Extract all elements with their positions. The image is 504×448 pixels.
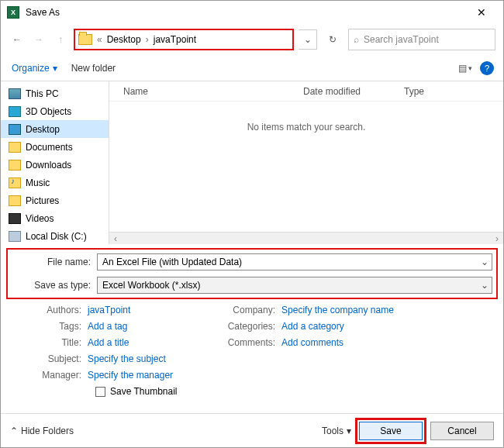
view-button[interactable]: ▤ ▾ (458, 63, 472, 74)
folder-tree: This PC 3D Objects Desktop Documents Dow… (1, 81, 109, 244)
metadata-section: Authors:javaTpoint Tags:Add a tag Title:… (1, 298, 503, 383)
refresh-button[interactable]: ↻ (322, 29, 343, 50)
up-button[interactable]: ↑ (52, 31, 69, 48)
authors-value[interactable]: javaTpoint (88, 305, 130, 315)
content-area: This PC 3D Objects Desktop Documents Dow… (1, 81, 503, 244)
search-input[interactable]: ⌕ Search javaTpoint (348, 29, 495, 50)
column-type[interactable]: Type (404, 86, 466, 97)
dialog-title: Save As (26, 7, 466, 18)
chevron-right-icon: › (146, 34, 149, 45)
file-list: Name Date modified Type No items match y… (109, 81, 503, 244)
hide-folders-button[interactable]: ⌃ Hide Folders (10, 426, 74, 436)
column-date[interactable]: Date modified (303, 86, 404, 97)
close-button[interactable]: ✕ (466, 6, 497, 19)
search-icon: ⌕ (354, 34, 359, 45)
manager-label: Manager: (10, 370, 88, 381)
save-thumbnail-row: Save Thumbnail (1, 383, 503, 400)
tree-item-desktop[interactable]: Desktop (1, 120, 109, 138)
help-button[interactable]: ? (480, 61, 494, 75)
comments-label: Comments: (219, 337, 281, 348)
authors-label: Authors: (10, 305, 88, 315)
horizontal-scrollbar[interactable]: ‹ › (109, 232, 503, 244)
folder-icon (78, 34, 92, 45)
save-button[interactable]: Save (359, 422, 423, 440)
navbar: ← → ↑ « Desktop › javaTpoint ⌄ ↻ ⌕ Searc… (1, 24, 503, 55)
search-placeholder: Search javaTpoint (364, 34, 439, 45)
filename-label: File name: (12, 257, 97, 267)
chevron-down-icon: ▾ (347, 426, 351, 436)
pictures-icon (9, 195, 21, 206)
filename-input[interactable]: An Excel File (with Updated Data) ⌄ (97, 253, 492, 271)
disk-icon (9, 231, 21, 242)
3d-icon (9, 106, 21, 117)
chevron-down-icon: ▾ (53, 63, 57, 74)
documents-icon (9, 142, 21, 153)
tree-item-3d-objects[interactable]: 3D Objects (1, 102, 109, 120)
company-value[interactable]: Specify the company name (281, 305, 394, 315)
tree-item-local-disk[interactable]: Local Disk (C:) (1, 227, 109, 244)
footer: ⌃ Hide Folders Tools▾ Save Cancel (1, 413, 503, 447)
chevron-up-icon: ⌃ (10, 426, 18, 436)
tree-item-this-pc[interactable]: This PC (1, 84, 109, 102)
tree-item-documents[interactable]: Documents (1, 138, 109, 156)
videos-icon (9, 213, 21, 224)
downloads-icon (9, 160, 21, 171)
desktop-icon (9, 124, 21, 135)
categories-label: Categories: (219, 321, 281, 332)
excel-icon: X (7, 6, 19, 19)
column-name[interactable]: Name (109, 86, 303, 97)
tags-label: Tags: (10, 321, 88, 332)
list-header: Name Date modified Type (109, 81, 503, 102)
pc-icon (9, 88, 21, 99)
tree-item-downloads[interactable]: Downloads (1, 156, 109, 174)
back-button[interactable]: ← (9, 31, 26, 48)
breadcrumb-part-1[interactable]: javaTpoint (154, 34, 196, 45)
comments-value[interactable]: Add comments (281, 337, 343, 348)
chevron-down-icon[interactable]: ⌄ (481, 280, 488, 291)
subject-value[interactable]: Specify the subject (88, 353, 166, 364)
scroll-left-icon: ‹ (109, 233, 122, 244)
new-folder-button[interactable]: New folder (71, 63, 116, 74)
title-value[interactable]: Add a title (88, 337, 129, 348)
savetype-dropdown[interactable]: Excel Workbook (*.xlsx) ⌄ (97, 277, 492, 294)
title-label: Title: (10, 337, 88, 348)
tree-item-pictures[interactable]: Pictures (1, 191, 109, 209)
breadcrumb-history-button[interactable]: ⌄ (299, 29, 317, 50)
tree-item-music[interactable]: Music (1, 174, 109, 191)
titlebar: X Save As ✕ (1, 1, 503, 24)
breadcrumb-part-0[interactable]: Desktop (107, 34, 141, 45)
tags-value[interactable]: Add a tag (88, 321, 127, 332)
save-thumbnail-checkbox[interactable] (95, 387, 105, 397)
organize-button[interactable]: Organize▾ (12, 63, 57, 74)
manager-value[interactable]: Specify the manager (88, 370, 173, 381)
forward-button[interactable]: → (30, 31, 47, 48)
tree-item-videos[interactable]: Videos (1, 209, 109, 227)
cancel-button[interactable]: Cancel (430, 422, 494, 440)
breadcrumb[interactable]: « Desktop › javaTpoint (74, 29, 294, 50)
music-icon (9, 177, 21, 188)
savetype-label: Save as type: (12, 280, 97, 291)
categories-value[interactable]: Add a category (281, 321, 344, 332)
toolbar: Organize▾ New folder ▤ ▾ ? (1, 55, 503, 81)
filename-fields: File name: An Excel File (with Updated D… (7, 249, 497, 298)
scroll-right-icon: › (491, 233, 503, 244)
subject-label: Subject: (10, 353, 88, 364)
tools-button[interactable]: Tools▾ (322, 426, 351, 436)
empty-message: No items match your search. (109, 102, 503, 232)
company-label: Company: (219, 305, 281, 315)
breadcrumb-prefix: « (97, 34, 102, 45)
save-as-dialog: X Save As ✕ ← → ↑ « Desktop › javaTpoint… (0, 0, 504, 448)
chevron-down-icon[interactable]: ⌄ (481, 257, 488, 267)
save-thumbnail-label: Save Thumbnail (110, 386, 178, 397)
